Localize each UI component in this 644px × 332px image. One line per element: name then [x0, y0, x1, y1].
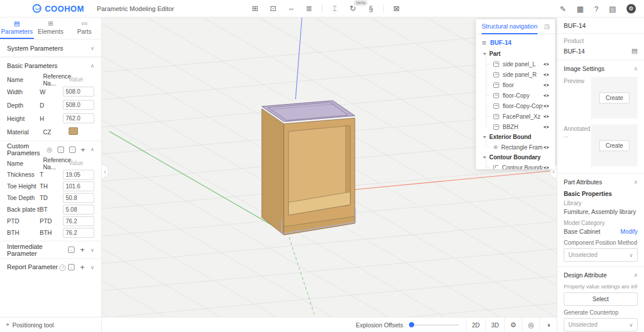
- material-swatch[interactable]: [69, 127, 78, 135]
- parameter-reference: BT: [40, 206, 63, 213]
- explosion-offsets-slider[interactable]: [409, 324, 459, 326]
- visibility-eye-icon[interactable]: [543, 124, 550, 130]
- tree-item[interactable]: floor-Copy: [476, 90, 555, 101]
- parameter-value-input[interactable]: [63, 181, 94, 191]
- slider-knob[interactable]: [409, 322, 414, 327]
- parameter-reference: W: [40, 88, 63, 95]
- design-attribute-header[interactable]: Design Attribute ∧: [557, 267, 644, 283]
- add-parameter-icon[interactable]: +: [80, 247, 85, 253]
- structure-list-icon[interactable]: ≣: [300, 0, 318, 17]
- tree-item[interactable]: floor: [476, 80, 555, 90]
- tree-item[interactable]: side panel_R: [476, 69, 555, 80]
- intermediate-parameter-title: Intermediate Parameter: [7, 243, 68, 257]
- visibility-eye-icon[interactable]: [543, 83, 550, 88]
- cabinet-left-side-panel[interactable]: [262, 109, 284, 235]
- settings-gear-icon[interactable]: ⚙: [627, 4, 636, 13]
- visibility-eye-icon[interactable]: [543, 72, 550, 77]
- tree-item-label: Contour Boundary: [502, 165, 543, 170]
- materials-icon[interactable]: ⊡: [264, 0, 282, 17]
- parameter-value-input[interactable]: [63, 193, 94, 203]
- chevron-up-icon: ∧: [634, 179, 638, 185]
- intermediate-parameter-section[interactable]: Intermediate Parameter ↓ + ∨: [0, 241, 101, 258]
- tree-item[interactable]: side panel_L: [476, 59, 555, 69]
- viewport-contrast-icon[interactable]: ◑: [539, 317, 557, 332]
- design-fields: Generate Countertop Unselected ∨ Generat…: [564, 309, 638, 332]
- model-category-value: Base Cabinet: [564, 227, 600, 236]
- target-icon[interactable]: ◎: [47, 146, 52, 153]
- visibility-eye-icon[interactable]: [543, 93, 550, 98]
- tree-root-node[interactable]: ≣ BUF-14: [476, 36, 555, 49]
- modify-link[interactable]: Modify: [621, 227, 638, 236]
- parameter-value-input[interactable]: [63, 100, 94, 110]
- parameter-value-input[interactable]: [63, 205, 94, 215]
- system-parameters-section[interactable]: System Parameters ∨: [0, 40, 101, 57]
- measure-icon[interactable]: ⌶: [326, 0, 344, 17]
- import-icon[interactable]: ↓: [68, 264, 74, 270]
- report-parameter-section[interactable]: Report Parameter? ↓ + ∨: [0, 258, 101, 276]
- viewport-settings-gear-icon[interactable]: ⚙: [504, 317, 522, 332]
- parameter-row: Depth D: [7, 98, 94, 112]
- coohom-logo[interactable]: COOHOM: [33, 4, 84, 13]
- export-doc-icon[interactable]: ⊠: [387, 0, 405, 17]
- document-icon[interactable]: ▤: [609, 5, 616, 13]
- parameter-value-input[interactable]: [63, 113, 94, 123]
- viewport-3d[interactable]: Structural navigation ◳ ≣ BUF-14 Part si…: [102, 17, 557, 317]
- col-reference: Reference Na...: [43, 156, 69, 170]
- edit-pencil-icon[interactable]: ✎: [560, 5, 566, 13]
- tree-group-exterior-bound[interactable]: Exterior Bound: [476, 132, 555, 142]
- custom-parameters-header[interactable]: Custom Parameters ◎ ↓ ↑ + ∧: [0, 141, 101, 158]
- visibility-eye-icon[interactable]: [543, 103, 550, 109]
- parameter-value-input[interactable]: [63, 87, 94, 97]
- question-icon[interactable]: ?: [59, 265, 66, 271]
- create-annotated-button[interactable]: Create: [599, 140, 629, 151]
- visibility-eye-icon[interactable]: [543, 114, 550, 119]
- tab-parameters[interactable]: ▤ Parameters: [0, 17, 34, 39]
- link-icon[interactable]: §: [362, 0, 380, 17]
- viewport-visibility-eye-icon[interactable]: ◎: [522, 317, 539, 332]
- expand-panel-icon[interactable]: ◳: [545, 23, 550, 30]
- visibility-eye-icon[interactable]: [543, 145, 550, 150]
- tree-group-contour-boundary[interactable]: Contour Boundary: [476, 152, 555, 162]
- constraints-icon[interactable]: ⇔: [282, 0, 300, 17]
- mode-3d-button[interactable]: 3D: [485, 317, 504, 332]
- parameter-value-input[interactable]: [63, 228, 94, 238]
- model-history-icon[interactable]: ↻beta: [344, 0, 362, 17]
- parameters-tab-label: Parameters: [0, 27, 34, 36]
- visibility-eye-icon[interactable]: [543, 165, 550, 170]
- folder-icon[interactable]: ▤: [632, 47, 638, 55]
- select-button[interactable]: Select: [564, 292, 638, 306]
- visibility-eye-icon[interactable]: [543, 62, 550, 67]
- tree-item[interactable]: BBZH: [476, 122, 555, 132]
- add-parameter-icon[interactable]: +: [80, 264, 85, 270]
- add-parameter-icon[interactable]: +: [81, 147, 86, 153]
- export-icon[interactable]: ↑: [69, 147, 76, 153]
- custom-rows: Thickness T Toe Height TH Toe Depth TD: [7, 169, 94, 238]
- tree-item[interactable]: Contour Boundary: [476, 162, 555, 169]
- basic-parameters-header[interactable]: Basic Parameters ∧: [0, 57, 101, 74]
- part-attributes-header[interactable]: Part Attributes ∧: [557, 174, 644, 190]
- import-icon[interactable]: ↓: [68, 247, 74, 253]
- parameter-value-input[interactable]: [63, 216, 94, 226]
- help-icon[interactable]: ?: [594, 5, 598, 13]
- component-position-select[interactable]: Unselected ∨: [564, 248, 638, 262]
- image-icon[interactable]: ▦: [577, 5, 583, 13]
- import-icon[interactable]: ↓: [58, 147, 64, 153]
- components-icon[interactable]: ⊞: [246, 0, 264, 17]
- tab-elements[interactable]: ⊞ Elements: [34, 17, 67, 39]
- cabinet-model[interactable]: [261, 97, 377, 252]
- tab-parts[interactable]: ▭ Parts: [67, 17, 101, 39]
- positioning-tool-bar[interactable]: ⌖ Positioning tool: [0, 317, 102, 332]
- tree-group-label: Part: [489, 51, 500, 57]
- mode-2d-button[interactable]: 2D: [466, 317, 485, 332]
- parameters-tab-icon: ▤: [0, 20, 34, 27]
- tree-group-part[interactable]: Part: [476, 49, 555, 59]
- tree-item[interactable]: FacePanel_Xz: [476, 111, 555, 122]
- tree-item[interactable]: floor-Copy-Copy: [476, 101, 555, 111]
- image-settings-header[interactable]: Image Settings ∧: [557, 60, 644, 77]
- axis-x-red: [348, 170, 557, 190]
- design-field-select[interactable]: Unselected ∨: [564, 318, 638, 331]
- create-preview-button[interactable]: Create: [599, 92, 629, 103]
- tree-item[interactable]: ⊛ Rectangle Frame: [476, 142, 555, 152]
- preview-image-box: Create: [591, 77, 638, 119]
- parameter-value-input[interactable]: [63, 170, 94, 180]
